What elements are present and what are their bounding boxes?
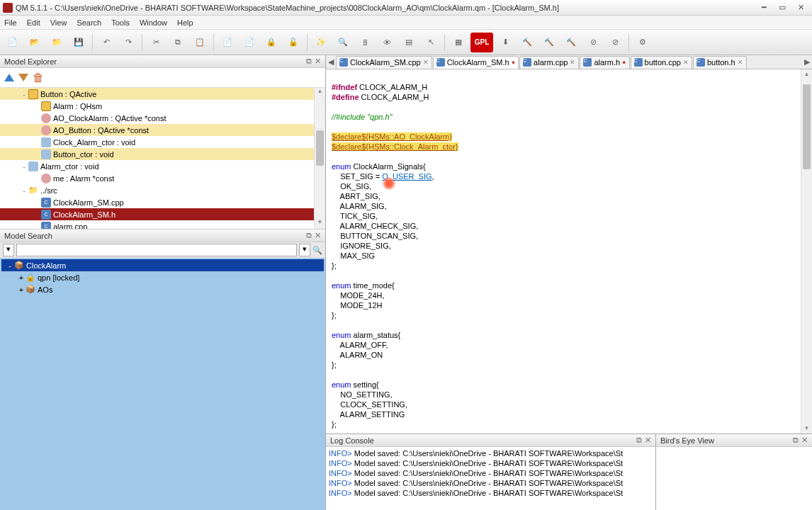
- menu-view[interactable]: View: [50, 18, 67, 27]
- new-icon[interactable]: 📄: [3, 33, 23, 52]
- editor-tab[interactable]: Cbutton.h✕: [693, 56, 747, 69]
- close-icon[interactable]: ✕: [801, 436, 808, 445]
- close-icon[interactable]: ✕: [315, 231, 321, 240]
- build-icon[interactable]: 🔨: [517, 33, 537, 52]
- trash-icon[interactable]: 🗑: [33, 72, 44, 84]
- search-go-icon[interactable]: 🔍: [312, 246, 322, 255]
- cpp-icon: C: [436, 58, 445, 67]
- expand-icon[interactable]: +: [17, 285, 26, 294]
- down-triangle-icon[interactable]: [18, 74, 28, 81]
- tree-scrollbar[interactable]: ▲▼: [314, 88, 325, 229]
- code-scrollbar[interactable]: ▲▼: [801, 69, 812, 434]
- search-icon[interactable]: 🔍: [333, 33, 353, 52]
- search-item-label: qpn [locked]: [38, 273, 79, 282]
- tab-close-icon[interactable]: ✕: [683, 59, 689, 66]
- tab-close-icon[interactable]: ✕: [738, 59, 743, 66]
- search-tree-row[interactable]: +🔒qpn [locked]: [1, 271, 324, 283]
- code-editor[interactable]: #ifndef CLOCK_ALARM_H #define CLOCK_ALAR…: [326, 69, 812, 434]
- cut-icon[interactable]: ✂: [146, 33, 166, 52]
- up-triangle-icon[interactable]: [4, 74, 14, 81]
- restore-icon[interactable]: ⧉: [306, 57, 312, 66]
- tree-row[interactable]: Calarm.cpp: [0, 220, 325, 230]
- unlock-icon[interactable]: 🔓: [283, 33, 303, 52]
- download-icon[interactable]: ⬇: [495, 33, 515, 52]
- editor-tab[interactable]: Calarm.h●: [580, 56, 629, 69]
- gear-icon[interactable]: ⚙: [633, 33, 653, 52]
- search-scope-dropdown[interactable]: ▾: [3, 244, 14, 256]
- expand-icon[interactable]: -: [20, 90, 28, 98]
- tree-row[interactable]: Clock_Alarm_ctor : void: [0, 136, 325, 148]
- maximize-button[interactable]: ▭: [774, 2, 791, 13]
- tree-row[interactable]: AO_Button : QActive *const: [0, 124, 325, 136]
- restore-icon[interactable]: ⧉: [306, 231, 312, 240]
- copy-icon[interactable]: ⧉: [168, 33, 188, 52]
- tab-close-icon[interactable]: ✕: [423, 59, 429, 66]
- undo-icon[interactable]: ↶: [96, 33, 116, 52]
- tree-item-label: Alarm : QHsm: [53, 102, 102, 110]
- model-explorer-tree[interactable]: -Button : QActiveAlarm : QHsmAO_ClockAla…: [0, 88, 325, 230]
- editor-tab[interactable]: Cbutton.cpp✕: [631, 56, 692, 69]
- tree-row[interactable]: CClockAlarm_SM.h: [0, 208, 325, 220]
- menu-help[interactable]: Help: [177, 18, 193, 27]
- doc-add-icon[interactable]: 📄: [218, 33, 237, 52]
- tree-row[interactable]: -📁../src: [0, 184, 325, 196]
- close-icon[interactable]: ✕: [315, 57, 321, 66]
- editor-tab[interactable]: CClockAlarm_SM.h●: [433, 56, 519, 69]
- search-tree-row[interactable]: +📦AOs: [1, 283, 324, 295]
- editor-tab[interactable]: Calarm.cpp✕: [519, 56, 579, 69]
- tab-close-icon[interactable]: ✕: [570, 59, 575, 66]
- expand-icon[interactable]: +: [17, 273, 26, 282]
- build3-icon[interactable]: 🔨: [561, 33, 581, 52]
- cpp-icon: C: [339, 58, 348, 67]
- stop-icon[interactable]: ⊘: [583, 33, 603, 52]
- wand-icon[interactable]: ✨: [311, 33, 331, 52]
- folder-icon[interactable]: 📁: [47, 33, 67, 52]
- restore-icon[interactable]: ⧉: [793, 436, 799, 445]
- grid-icon[interactable]: ▦: [449, 33, 468, 52]
- gpl-badge[interactable]: GPL: [470, 33, 493, 52]
- tree-item-label: AO_Button : QActive *const: [53, 126, 149, 135]
- tree-row[interactable]: -Button : QActive: [0, 88, 325, 100]
- build2-icon[interactable]: 🔨: [539, 33, 559, 52]
- editor-tab[interactable]: CClockAlarm_SM.cpp✕: [336, 56, 432, 69]
- search-tree[interactable]: -📦ClockAlarm+🔒qpn [locked]+📦AOs: [0, 258, 325, 510]
- expand-icon[interactable]: -: [20, 162, 28, 171]
- tree-row[interactable]: me : Alarm *const: [0, 172, 325, 184]
- menu-window[interactable]: Window: [140, 18, 167, 27]
- menu-file[interactable]: File: [4, 18, 17, 27]
- layout-icon[interactable]: ▤: [399, 33, 419, 52]
- open-icon[interactable]: 📂: [25, 33, 45, 52]
- cursor-icon[interactable]: ↖: [421, 33, 441, 52]
- restore-icon[interactable]: ⧉: [636, 436, 642, 445]
- minimize-button[interactable]: ━: [755, 2, 772, 13]
- tree-row[interactable]: -Alarm_ctor : void: [0, 160, 325, 172]
- tree-row[interactable]: AO_ClockAlarm : QActive *const: [0, 112, 325, 124]
- redo-icon[interactable]: ↷: [118, 33, 138, 52]
- lock-icon[interactable]: 🔒: [261, 33, 281, 52]
- tab-close-icon[interactable]: ●: [622, 59, 626, 66]
- tune-icon[interactable]: 🎚: [355, 33, 375, 52]
- tab-close-icon[interactable]: ●: [512, 59, 515, 66]
- search-options-dropdown[interactable]: ▾: [299, 244, 310, 256]
- eye-icon[interactable]: 👁: [377, 33, 397, 52]
- tree-row[interactable]: Button_ctor : void: [0, 148, 325, 160]
- tree-row[interactable]: Alarm : QHsm: [0, 100, 325, 112]
- menu-edit[interactable]: Edit: [27, 18, 40, 27]
- tab-nav-right[interactable]: ▶: [802, 57, 812, 67]
- expand-icon[interactable]: -: [20, 186, 28, 195]
- menu-tools[interactable]: Tools: [111, 18, 130, 27]
- tab-nav-left[interactable]: ◀: [326, 57, 336, 67]
- stop2-icon[interactable]: ⊘: [605, 33, 625, 52]
- close-icon[interactable]: ✕: [645, 436, 651, 445]
- menu-search[interactable]: Search: [77, 18, 101, 27]
- search-input[interactable]: [16, 244, 297, 256]
- paste-icon[interactable]: 📋: [190, 33, 210, 52]
- search-tree-row[interactable]: -📦ClockAlarm: [1, 259, 324, 271]
- separator: [307, 34, 308, 51]
- doc-del-icon[interactable]: 📄: [239, 33, 259, 52]
- expand-icon[interactable]: -: [6, 261, 14, 270]
- log-body[interactable]: INFO> Model saved: C:\Users\nieki\OneDri…: [326, 447, 655, 510]
- save-icon[interactable]: 💾: [69, 33, 89, 52]
- close-button[interactable]: ✕: [792, 2, 809, 13]
- tree-row[interactable]: CClockAlarm_SM.cpp: [0, 196, 325, 208]
